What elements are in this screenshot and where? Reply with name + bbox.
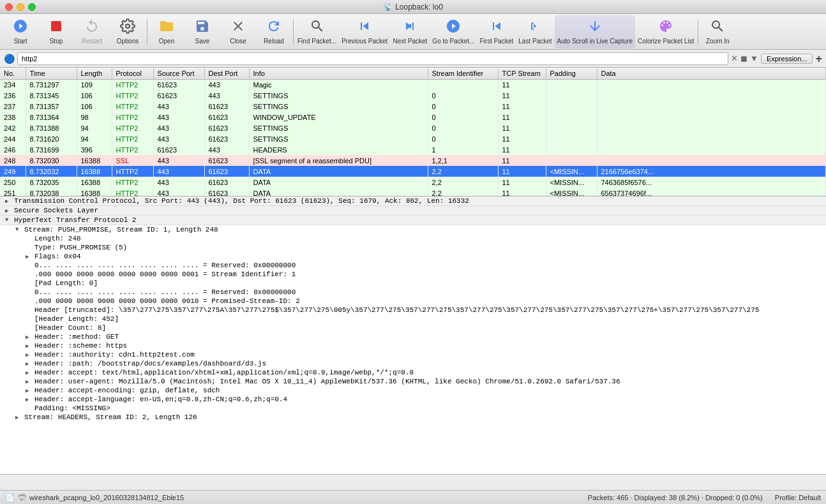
last-packet-label: Last Packet	[518, 38, 552, 45]
close-label: Close	[230, 38, 246, 45]
first-packet-button[interactable]: First Packet	[477, 15, 516, 48]
previous-packet-button[interactable]: Previous Packet	[339, 15, 390, 48]
close-button[interactable]	[5, 3, 13, 11]
detail-text: Header: accept-encoding: gzip, deflate, …	[34, 387, 220, 394]
detail-line[interactable]: ▼HyperText Transfer Protocol 2	[0, 216, 826, 225]
expand-toggle[interactable]: ▼	[5, 217, 14, 223]
start-button[interactable]: Start	[3, 15, 38, 48]
minimize-button[interactable]	[17, 3, 24, 11]
expression-button[interactable]: Expression...	[761, 54, 813, 64]
expand-toggle[interactable]: ▶	[26, 334, 34, 341]
table-row[interactable]: 2448.73162094HTTP244361623SETTINGS011	[0, 133, 826, 144]
table-row[interactable]: 2388.73136498HTTP244361623WINDOW_UPDATE0…	[0, 112, 826, 122]
expand-toggle[interactable]: ▶	[26, 352, 34, 359]
stop-icon	[49, 19, 64, 36]
table-row[interactable]: 2508.73203516388HTTP244361623DATA2,211<M…	[0, 177, 826, 188]
expand-toggle[interactable]: ▶	[26, 387, 34, 394]
col-length: Length	[77, 68, 112, 79]
detail-line[interactable]: Padding: <MISSING>	[0, 404, 826, 413]
col-tcp-stream: TCP Stream	[498, 68, 546, 79]
table-row[interactable]: 2348.731297109HTTP261623443Magic11	[0, 79, 826, 90]
close-btn[interactable]: Close	[220, 15, 256, 48]
expand-toggle[interactable]: ▶	[26, 369, 34, 376]
detail-line[interactable]: ▶Header: :method: GET	[0, 332, 826, 341]
detail-line[interactable]: ▶Header: user-agent: Mozilla/5.0 (Macint…	[0, 377, 826, 386]
detail-line[interactable]: 0... .... .... .... .... .... .... .... …	[0, 288, 826, 297]
detail-line[interactable]: ▶Secure Sockets Layer	[0, 206, 826, 216]
expand-toggle[interactable]: ▼	[15, 226, 24, 233]
maximize-button[interactable]	[28, 3, 36, 11]
restart-button[interactable]: Restart	[74, 15, 110, 48]
expand-toggle[interactable]: ▶	[26, 396, 34, 403]
detail-line[interactable]: .000 0000 0000 0000 0000 0000 0000 0001 …	[0, 270, 826, 279]
expand-toggle[interactable]: ▶	[15, 414, 24, 421]
open-button[interactable]: Open	[149, 15, 184, 48]
detail-line[interactable]: Header [truncated]: \357\277\275\357\277…	[0, 306, 826, 315]
detail-line[interactable]: ▶Stream: HEADERS, Stream ID: 2, Length 1…	[0, 413, 826, 422]
filter-dropdown-icon[interactable]: ▼	[750, 54, 758, 63]
expand-toggle[interactable]: ▶	[5, 198, 14, 205]
detail-line[interactable]: 0... .... .... .... .... .... .... .... …	[0, 261, 826, 270]
table-row[interactable]: 2498.73203216388HTTP244361623DATA2,211<M…	[0, 166, 826, 177]
status-dropped: Dropped: 0 (0.0%)	[705, 494, 763, 501]
col-data: Data	[597, 68, 826, 79]
expand-toggle[interactable]: ▶	[26, 253, 34, 260]
detail-line[interactable]: [Pad Length: 0]	[0, 279, 826, 288]
options-button[interactable]: Options	[110, 15, 146, 48]
colorize-button[interactable]: Colorize Packet List	[635, 15, 696, 48]
detail-line[interactable]: ▶Flags: 0x04	[0, 252, 826, 261]
window-title: 📡 Loopback: lo0	[383, 3, 443, 11]
filter-input[interactable]: http2	[17, 52, 728, 65]
detail-line[interactable]: ▼Stream: PUSH_PROMISE, Stream ID: 1, Len…	[0, 225, 826, 234]
detail-line[interactable]: .000 0000 0000 0000 0000 0000 0000 0010 …	[0, 297, 826, 306]
table-row[interactable]: 2378.731357106HTTP244361623SETTINGS011	[0, 101, 826, 112]
restart-icon	[84, 19, 100, 36]
go-to-packet-label: Go to Packet...	[432, 38, 474, 45]
find-packet-label: Find Packet...	[297, 38, 336, 45]
detail-line[interactable]: ▶Header: accept-language: en-US,en;q=0.8…	[0, 395, 826, 404]
filter-clear-icon[interactable]: ✕	[731, 54, 738, 63]
auto-scroll-button[interactable]: Auto Scroll in Live Capture	[555, 15, 635, 48]
expand-toggle[interactable]: ▶	[26, 343, 34, 350]
table-row[interactable]: 2488.73203016388SSL44361623[SSL segment …	[0, 155, 826, 166]
detail-line[interactable]: Length: 248	[0, 234, 826, 243]
detail-line[interactable]: ▶Header: :scheme: https	[0, 341, 826, 350]
next-packet-button[interactable]: Next Packet	[390, 15, 430, 48]
filterbar: 🔵 http2 ✕ ◼ ▼ Expression... +	[0, 50, 826, 68]
table-row[interactable]: 2368.731345106HTTP261623443SETTINGS011	[0, 90, 826, 101]
detail-line[interactable]: ▶Header: :path: /bootstrap/docs/examples…	[0, 359, 826, 368]
detail-line[interactable]: [Header Count: 8]	[0, 323, 826, 332]
save-label: Save	[195, 38, 210, 45]
table-row[interactable]: 2468.731699396HTTP261623443HEADERS111	[0, 144, 826, 155]
detail-text: Header: :method: GET	[34, 333, 119, 341]
col-padding: Padding	[546, 68, 597, 79]
expand-toggle[interactable]: ▶	[26, 360, 34, 367]
filter-bookmark-icon[interactable]: ◼	[740, 54, 747, 63]
traffic-lights[interactable]	[5, 3, 36, 11]
reload-button[interactable]: Reload	[256, 15, 292, 48]
detail-line[interactable]: ▶Header: accept: text/html,application/x…	[0, 368, 826, 377]
detail-line[interactable]: ▶Header: :authority: cdn1.http2test.com	[0, 350, 826, 359]
start-label: Start	[13, 38, 27, 45]
last-packet-button[interactable]: Last Packet	[516, 15, 554, 48]
detail-text: Header: user-agent: Mozilla/5.0 (Macinto…	[34, 378, 620, 385]
detail-text: HyperText Transfer Protocol 2	[14, 216, 136, 224]
detail-line[interactable]: ▶Header: accept-encoding: gzip, deflate,…	[0, 386, 826, 395]
expand-toggle[interactable]: ▶	[26, 378, 34, 385]
find-packet-button[interactable]: Find Packet...	[295, 15, 339, 48]
zoom-in-button[interactable]: Zoom In	[700, 15, 735, 48]
first-packet-label: First Packet	[479, 38, 513, 45]
save-button[interactable]: Save	[184, 15, 220, 48]
go-to-packet-button[interactable]: Go to Packet...	[430, 15, 477, 48]
detail-line[interactable]: ▶Transmission Control Protocol, Src Port…	[0, 196, 826, 206]
status-icon-shark: 🦈	[17, 493, 27, 502]
expand-toggle[interactable]: ▶	[5, 207, 14, 214]
table-row[interactable]: 2518.73203816388HTTP244361623DATA2,211<M…	[0, 188, 826, 196]
stop-button[interactable]: Stop	[38, 15, 74, 48]
table-row[interactable]: 2428.73138894HTTP244361623SETTINGS011	[0, 122, 826, 133]
detail-text: Stream: HEADERS, Stream ID: 2, Length 12…	[24, 413, 197, 421]
detail-line[interactable]: Type: PUSH_PROMISE (5)	[0, 243, 826, 252]
detail-line[interactable]: [Header Length: 452]	[0, 315, 826, 323]
add-filter-button[interactable]: +	[815, 53, 822, 64]
pcap-icon: 📄	[5, 493, 15, 502]
